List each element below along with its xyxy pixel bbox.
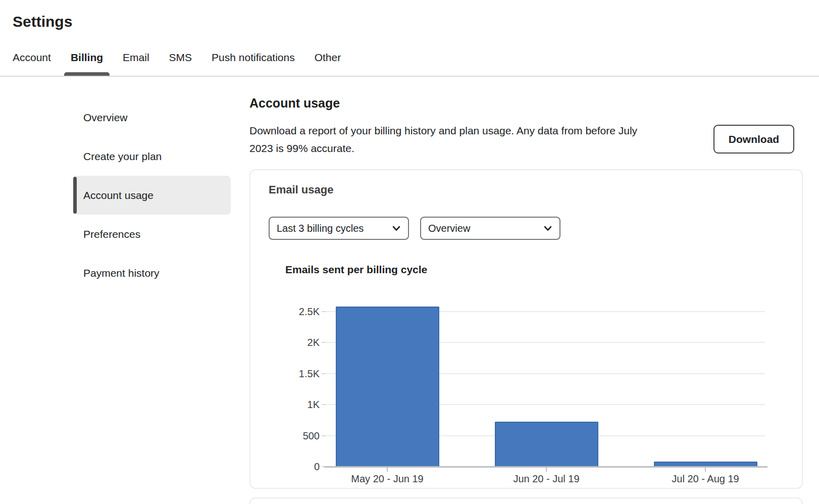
tab-push-notifications[interactable]: Push notifications <box>205 44 301 76</box>
y-axis-tick <box>322 342 326 343</box>
page-title: Settings <box>13 13 72 30</box>
sidebar-item-label: Account usage <box>83 189 153 201</box>
sidebar-item-account-usage[interactable]: Account usage <box>73 176 231 215</box>
tab-bar: Account Billing Email SMS Push notificat… <box>6 44 347 76</box>
section-description: Download a report of your billing histor… <box>249 122 663 157</box>
tab-label: Other <box>315 52 341 63</box>
bar-may-20---jun-19 <box>336 307 439 467</box>
settings-sidebar: Overview Create your plan Account usage … <box>73 98 231 292</box>
sidebar-item-label: Create your plan <box>83 150 162 163</box>
y-axis-tick <box>322 373 326 374</box>
y-axis-tick-label: 2K <box>250 337 320 348</box>
next-usage-card <box>249 497 803 504</box>
tab-label: Email <box>123 52 149 63</box>
tab-label: Billing <box>71 52 103 63</box>
y-axis-tick-label: 1K <box>250 399 320 411</box>
y-axis-tick-label: 1.5K <box>250 368 320 379</box>
x-axis-tick <box>387 468 388 472</box>
sidebar-item-label: Payment history <box>83 267 160 279</box>
tab-email[interactable]: Email <box>116 44 156 76</box>
sidebar-item-create-your-plan[interactable]: Create your plan <box>73 137 231 176</box>
x-axis-baseline <box>324 466 767 468</box>
tab-label: SMS <box>169 52 192 63</box>
tab-other[interactable]: Other <box>308 44 348 76</box>
email-usage-card: Email usage Last 3 billing cycles Overvi… <box>249 169 803 489</box>
y-axis-tick <box>322 311 326 312</box>
sidebar-item-overview[interactable]: Overview <box>73 98 231 137</box>
y-axis-tick-label: 500 <box>250 430 320 441</box>
y-axis-tick-label: 0 <box>250 461 320 473</box>
bar-jun-20---jul-19 <box>495 422 598 467</box>
x-axis-tick <box>705 468 706 472</box>
sidebar-item-preferences[interactable]: Preferences <box>73 215 231 254</box>
sidebar-item-label: Overview <box>83 112 128 124</box>
header-divider <box>0 76 819 77</box>
y-axis-tick <box>322 404 326 405</box>
tab-sms[interactable]: SMS <box>163 44 199 76</box>
selected-item-accent-bar <box>73 177 77 214</box>
tab-account[interactable]: Account <box>6 44 58 76</box>
emails-bar-chart: 05001K1.5K2K2.5KMay 20 - Jun 19Jun 20 - … <box>250 170 802 488</box>
tab-billing[interactable]: Billing <box>64 44 110 76</box>
sidebar-item-label: Preferences <box>83 228 140 240</box>
y-axis-tick-label: 2.5K <box>250 306 320 317</box>
x-axis-tick-label: Jul 20 - Aug 19 <box>672 473 739 485</box>
y-axis-tick <box>322 435 326 436</box>
sidebar-item-payment-history[interactable]: Payment history <box>73 254 231 292</box>
x-axis-tick <box>546 468 547 472</box>
x-axis-tick-label: May 20 - Jun 19 <box>351 473 423 485</box>
tab-label: Push notifications <box>212 52 295 63</box>
section-heading: Account usage <box>249 96 340 111</box>
x-axis-tick-label: Jun 20 - Jul 19 <box>513 473 579 485</box>
download-button[interactable]: Download <box>713 125 794 154</box>
tab-label: Account <box>13 52 51 63</box>
